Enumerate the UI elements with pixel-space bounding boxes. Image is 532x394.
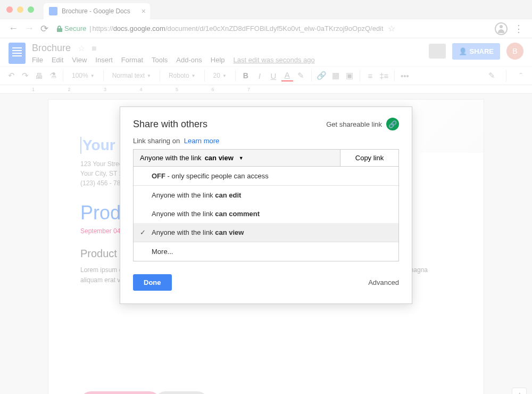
option-can-view[interactable]: Anyone with the link can view <box>134 223 398 242</box>
share-dialog: Share with others Get shareable link 🔗 L… <box>120 106 412 304</box>
permission-dropdown[interactable]: Anyone with the link can view ▼ <box>134 150 340 166</box>
option-can-comment[interactable]: Anyone with the link can comment <box>134 204 398 223</box>
learn-more-link[interactable]: Learn more <box>184 137 219 145</box>
chevron-down-icon: ▼ <box>239 155 244 161</box>
get-shareable-link-button[interactable]: Get shareable link 🔗 <box>326 118 399 130</box>
option-can-edit[interactable]: Anyone with the link can edit <box>134 186 398 204</box>
option-off[interactable]: OFF - only specific people can access <box>134 167 398 186</box>
advanced-link[interactable]: Advanced <box>368 278 399 286</box>
dialog-title: Share with others <box>133 119 207 130</box>
link-sharing-status: Link sharing on Learn more <box>120 137 412 149</box>
done-button[interactable]: Done <box>133 274 172 291</box>
link-icon: 🔗 <box>386 118 399 130</box>
copy-link-button[interactable]: Copy link <box>340 150 398 166</box>
permission-options-list: OFF - only specific people can access An… <box>133 167 399 261</box>
option-more[interactable]: More... <box>134 242 398 261</box>
dialog-overlay: Share with others Get shareable link 🔗 L… <box>0 0 532 394</box>
